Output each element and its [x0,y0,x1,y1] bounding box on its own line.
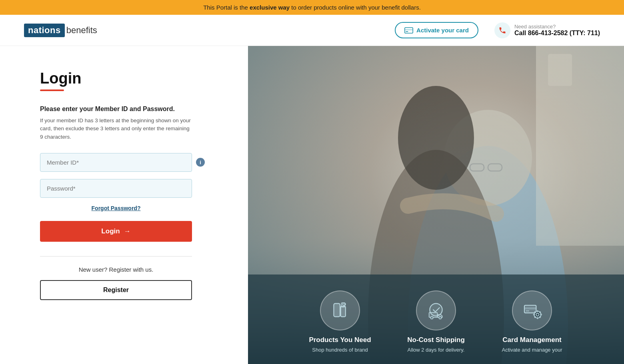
phone-icon-circle [494,22,510,38]
products-desc: Shop hundreds of brand [312,346,368,354]
feature-shipping: No-Cost Shipping Allow 2 days for delive… [388,286,484,358]
need-assistance-text: Need assistance? [514,24,600,30]
card-management-icon [522,300,542,321]
products-icon [330,300,350,321]
banner-text: This Portal is the exclusive way to orde… [203,4,421,11]
svg-rect-13 [334,303,340,316]
feature-products: Products You Need Shop hundreds of brand [292,286,388,358]
header-right: Activate your card Need assistance? Call… [395,22,600,38]
card-management-title: Card Management [502,336,561,344]
activate-card-button[interactable]: Activate your card [395,22,478,38]
member-id-row: i [40,153,220,172]
login-arrow-icon: → [124,227,131,235]
svg-point-19 [431,316,433,319]
svg-rect-1 [405,29,413,30]
login-button[interactable]: Login → [40,221,192,242]
main-layout: Login Please enter your Member ID and Pa… [0,46,624,364]
activate-card-label: Activate your card [416,27,469,34]
phone-number: Call 866-413-2582 (TTY: 711) [514,30,600,37]
svg-rect-14 [341,306,346,316]
features-bar: Products You Need Shop hundreds of brand [248,274,624,364]
divider [40,256,192,257]
member-id-input[interactable] [40,153,192,172]
phone-icon [498,26,506,34]
hero-panel: Products You Need Shop hundreds of brand [248,46,624,364]
products-title: Products You Need [309,336,371,344]
feature-card: Card Management Activate and manage your [484,286,580,358]
shipping-title: No-Cost Shipping [407,336,465,344]
credit-card-icon [404,27,413,34]
register-button[interactable]: Register [40,280,192,300]
login-hint: If your member ID has 3 letters at the b… [40,117,192,141]
new-user-text: New user? Register with us. [40,266,192,273]
svg-rect-22 [524,307,536,309]
top-banner: This Portal is the exclusive way to orde… [0,0,624,15]
shipping-desc: Allow 2 days for delivery. [408,346,465,354]
svg-point-20 [439,316,441,319]
login-title: Login [40,70,220,87]
password-row [40,179,220,198]
logo: nations benefits [24,24,97,37]
login-panel: Login Please enter your Member ID and Pa… [0,46,248,364]
card-management-desc: Activate and manage your [502,346,562,354]
logo-benefits: benefits [66,25,97,36]
svg-rect-2 [406,31,408,32]
password-input[interactable] [40,179,192,198]
header: nations benefits Activate your card Need… [0,15,624,46]
logo-nations: nations [24,24,65,37]
products-circle [320,290,360,330]
svg-rect-23 [526,310,529,311]
login-button-label: Login [101,227,120,235]
member-id-info-icon[interactable]: i [196,158,205,167]
card-management-circle [512,290,552,330]
svg-rect-18 [429,312,438,317]
shipping-icon [426,300,446,321]
login-subtitle: Please enter your Member ID and Password… [40,105,220,113]
phone-info: Need assistance? Call 866-413-2582 (TTY:… [514,24,600,37]
phone-block: Need assistance? Call 866-413-2582 (TTY:… [494,22,600,38]
title-underline [40,90,64,91]
forgot-password-link[interactable]: Forgot Password? [40,205,192,211]
shipping-circle [416,290,456,330]
